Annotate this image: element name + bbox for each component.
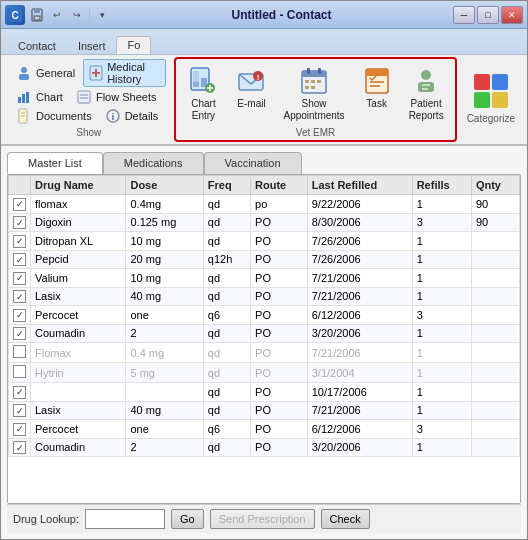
col-qnty[interactable]: Qnty	[471, 176, 519, 195]
cell-last_refilled: 6/12/2006	[307, 420, 412, 439]
cell-freq: qd	[203, 401, 250, 420]
row-checkbox[interactable]: ✓	[13, 272, 26, 285]
row-checkbox[interactable]: ✓	[13, 327, 26, 340]
color-blue[interactable]	[492, 74, 508, 90]
svg-rect-41	[366, 69, 388, 76]
cell-route: PO	[251, 401, 308, 420]
table-row: Hytrin5 mgqdPO3/1/20041	[9, 363, 520, 383]
cell-route: PO	[251, 363, 308, 383]
minimize-btn[interactable]: ─	[453, 6, 475, 24]
cell-freq: qd	[203, 383, 250, 402]
show-flow-sheets[interactable]: Flow Sheets	[71, 88, 161, 106]
svg-point-44	[421, 70, 431, 80]
row-checkbox[interactable]	[13, 345, 26, 358]
qa-redo-btn[interactable]: ↪	[69, 7, 85, 23]
show-documents[interactable]: Documents	[11, 107, 96, 125]
svg-rect-35	[305, 80, 309, 83]
cell-qnty	[471, 306, 519, 325]
show-details[interactable]: i Details	[100, 107, 163, 125]
cell-refills: 1	[412, 383, 471, 402]
patient-reports-button[interactable]: PatientReports	[402, 61, 451, 126]
medications-table-container[interactable]: Drug Name Dose Freq Route Last Refilled …	[7, 174, 521, 504]
cell-refills: 3	[412, 420, 471, 439]
row-checkbox[interactable]: ✓	[13, 423, 26, 436]
cell-last_refilled: 7/21/2006	[307, 401, 412, 420]
svg-rect-45	[418, 82, 434, 92]
color-red[interactable]	[474, 74, 490, 90]
table-header-row: Drug Name Dose Freq Route Last Refilled …	[9, 176, 520, 195]
col-freq[interactable]: Freq	[203, 176, 250, 195]
row-checkbox[interactable]: ✓	[13, 441, 26, 454]
svg-rect-36	[311, 80, 315, 83]
row-checkbox[interactable]: ✓	[13, 290, 26, 303]
qa-divider	[89, 8, 90, 22]
show-row-3: Documents i Details	[11, 107, 166, 125]
show-appointments-button[interactable]: ShowAppointments	[276, 61, 351, 126]
table-row: ✓Lasix40 mgqdPO7/21/20061	[9, 401, 520, 420]
cell-last_refilled: 7/21/2006	[307, 287, 412, 306]
row-checkbox[interactable]: ✓	[13, 404, 26, 417]
check-button[interactable]: Check	[321, 509, 370, 529]
qa-more-btn[interactable]: ▾	[94, 7, 110, 23]
row-checkbox[interactable]: ✓	[13, 309, 26, 322]
row-checkbox[interactable]: ✓	[13, 198, 26, 211]
close-btn[interactable]: ✕	[501, 6, 523, 24]
cell-drug: Ditropan XL	[31, 232, 126, 251]
cell-refills: 1	[412, 324, 471, 343]
col-drug-name[interactable]: Drug Name	[31, 176, 126, 195]
row-checkbox[interactable]: ✓	[13, 216, 26, 229]
tab-vaccination[interactable]: Vaccination	[204, 152, 302, 174]
patient-reports-icon	[410, 65, 442, 97]
cell-freq: qd	[203, 269, 250, 288]
cell-last_refilled: 8/30/2006	[307, 213, 412, 232]
col-last-refilled[interactable]: Last Refilled	[307, 176, 412, 195]
tab-fo[interactable]: Fo	[116, 36, 151, 54]
row-checkbox[interactable]	[13, 365, 26, 378]
tab-master-list[interactable]: Master List	[7, 152, 103, 174]
drug-lookup-input[interactable]	[85, 509, 165, 529]
table-row: ✓Pepcid20 mgq12hPO7/26/20061	[9, 250, 520, 269]
go-button[interactable]: Go	[171, 509, 204, 529]
send-prescription-button[interactable]: Send Prescription	[210, 509, 315, 529]
cell-refills: 3	[412, 306, 471, 325]
maximize-btn[interactable]: □	[477, 6, 499, 24]
col-route[interactable]: Route	[251, 176, 308, 195]
color-green[interactable]	[474, 92, 490, 108]
row-checkbox[interactable]: ✓	[13, 253, 26, 266]
cell-freq: qd	[203, 343, 250, 363]
cell-drug: Valium	[31, 269, 126, 288]
vet-emr-label: Vet EMR	[180, 127, 450, 138]
col-dose[interactable]: Dose	[126, 176, 203, 195]
table-row: ✓Valium10 mgqdPO7/21/20061	[9, 269, 520, 288]
task-button[interactable]: Task	[354, 61, 400, 126]
cell-drug: Hytrin	[31, 363, 126, 383]
show-general[interactable]: General	[11, 59, 79, 87]
categorize-grid[interactable]	[474, 74, 508, 108]
color-yellow[interactable]	[492, 92, 508, 108]
show-chart[interactable]: Chart	[11, 88, 67, 106]
medical-history-icon	[88, 65, 104, 81]
tab-insert[interactable]: Insert	[67, 37, 117, 54]
tab-medications[interactable]: Medications	[103, 152, 204, 174]
email-label: E-mail	[237, 98, 265, 110]
drug-lookup-label: Drug Lookup:	[13, 513, 79, 525]
cell-qnty	[471, 250, 519, 269]
qa-undo-btn[interactable]: ↩	[49, 7, 65, 23]
table-row: ✓Coumadin2qdPO3/20/20061	[9, 324, 520, 343]
show-medical-history[interactable]: Medical History	[83, 59, 166, 87]
main-content: Master List Medications Vaccination Drug…	[1, 146, 527, 539]
cell-freq: qd	[203, 287, 250, 306]
email-button[interactable]: ! E-mail	[228, 61, 274, 126]
svg-rect-24	[193, 82, 199, 87]
chart-entry-button[interactable]: ChartEntry	[180, 61, 226, 126]
cell-drug: Percocet	[31, 420, 126, 439]
svg-rect-38	[305, 86, 309, 89]
row-checkbox[interactable]: ✓	[13, 235, 26, 248]
tab-contact[interactable]: Contact	[7, 37, 67, 54]
cell-refills: 1	[412, 401, 471, 420]
row-checkbox[interactable]: ✓	[13, 386, 26, 399]
cell-dose: 10 mg	[126, 269, 203, 288]
options-section: Categorize	[461, 57, 521, 142]
qa-save-btn[interactable]	[29, 7, 45, 23]
col-refills[interactable]: Refills	[412, 176, 471, 195]
